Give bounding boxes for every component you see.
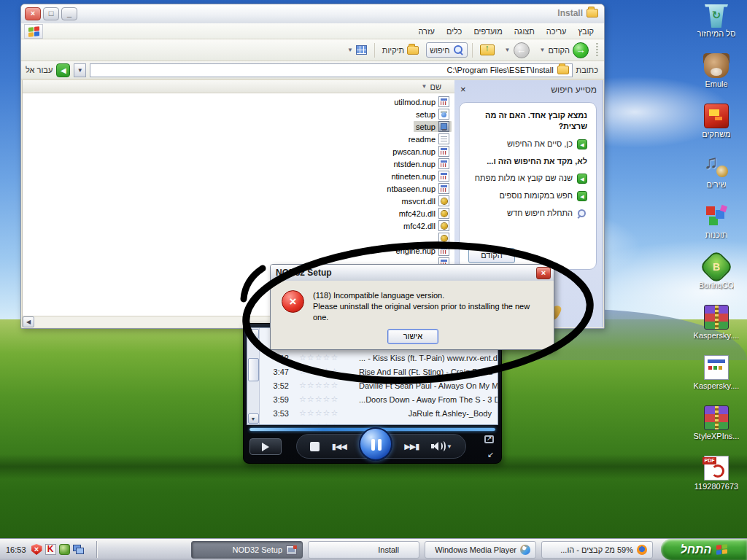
file-row[interactable]: ntstden.nup (23, 158, 454, 170)
tray-icon[interactable] (73, 544, 84, 555)
file-row[interactable]: setup (23, 108, 454, 120)
playlist-row[interactable]: ▶3:27 ☆☆☆☆☆ Good Life ( Feat. T-Pain) - … (260, 420, 498, 424)
search-option[interactable]: לא, מקד את החיפוש הזה ו... (468, 156, 587, 166)
track-rating-stars[interactable]: ☆☆☆☆☆ (289, 394, 359, 404)
taskbar-button[interactable]: 59% מ2 קבצים - הו... (541, 541, 653, 559)
desktop-icon[interactable]: 1192807673 (687, 456, 746, 506)
file-type-icon (438, 233, 449, 244)
file-row[interactable]: msvcrt.dll (23, 195, 454, 207)
volume-button[interactable]: ▼ (431, 440, 452, 452)
file-type-icon (438, 158, 449, 169)
column-header-name[interactable]: שם ▼ (23, 80, 454, 93)
views-button[interactable]: ▼ (344, 44, 370, 56)
desktop-icon[interactable]: BoringCQ (687, 254, 746, 305)
views-dropdown-caret[interactable]: ▼ (347, 47, 353, 53)
taskbar-button[interactable]: Windows Media Player (425, 541, 536, 559)
scroll-down-button[interactable]: ▼ (248, 413, 259, 424)
file-row[interactable]: ntbaseen.nup (23, 182, 454, 195)
switch-view-button[interactable] (484, 435, 494, 443)
stop-button[interactable] (310, 442, 320, 451)
menu-item[interactable]: עזרה (412, 26, 440, 37)
desktop-icon[interactable]: StyleXPIns... (687, 405, 746, 456)
play-mode-button[interactable] (249, 438, 282, 455)
tray-icon[interactable] (45, 544, 56, 555)
desktop-icon[interactable]: משחקים (687, 104, 746, 154)
file-row[interactable]: pwscan.nup (23, 145, 454, 158)
back-button[interactable]: → הקודם ▼ (537, 41, 592, 60)
dialog-titlebar[interactable]: NOD32 Setup × (271, 265, 554, 281)
taskbar-button[interactable]: Install (308, 541, 419, 559)
address-dropdown-button[interactable]: ▼ (74, 63, 86, 77)
menu-item[interactable]: כלים (441, 26, 468, 37)
track-rating-stars[interactable]: ☆☆☆☆☆ (289, 408, 359, 418)
file-name: ntbaseen.nup (387, 184, 436, 193)
menu-item[interactable]: קובץ (573, 26, 600, 37)
file-row[interactable]: readme (23, 133, 454, 145)
back-arrow-icon: → (573, 42, 589, 58)
start-button[interactable]: התחל (661, 539, 747, 560)
pause-button[interactable] (359, 427, 392, 461)
playlist-scrollbar[interactable]: ▲ ▼ (247, 328, 260, 424)
menu-item[interactable]: תצוגה (508, 26, 541, 37)
scrollbar-thumb[interactable] (248, 358, 259, 381)
minimize-button[interactable]: _ (61, 7, 77, 20)
search-option[interactable]: כן, סיים את החיפוש (468, 139, 587, 149)
playlist-row[interactable]: ▶3:52 ☆☆☆☆☆ Daville Ft Sean Paul - Alway… (260, 378, 498, 392)
playlist-row[interactable]: ▶3:47 ☆☆☆☆☆ Rise And Fall (Ft. Sting) - … (260, 365, 498, 378)
tray-icon[interactable] (59, 544, 70, 555)
explorer-titlebar[interactable]: × □ _ Install (21, 4, 604, 23)
file-row[interactable]: mfc42u.dll (23, 207, 454, 219)
go-button[interactable]: ◀ (56, 63, 70, 77)
file-row[interactable]: ntineten.nup (23, 170, 454, 182)
playlist-row[interactable]: ▶3:59 ☆☆☆☆☆ ...Doors Down - Away From Th… (260, 392, 498, 406)
forward-button[interactable]: ← ▼ (502, 41, 533, 60)
track-rating-stars[interactable]: ☆☆☆☆☆ (289, 353, 359, 362)
playlist-row[interactable]: ▶3:53 ☆☆☆☆☆ JaRule ft.Ashley-_Body (260, 406, 498, 420)
taskbar-clock[interactable]: 16:53 (6, 545, 26, 554)
close-button[interactable]: × (25, 7, 41, 20)
taskbar-button-label: Install (378, 545, 399, 554)
search-back-button[interactable]: הקודם (468, 248, 515, 263)
address-input[interactable]: C:\Program Files\ESET\Install (90, 63, 572, 77)
desktop-icon[interactable]: Emule (687, 53, 746, 104)
scroll-left-button[interactable]: ◀ (23, 316, 34, 327)
tray-icon[interactable] (31, 544, 42, 555)
file-row[interactable]: utilmod.nup (23, 96, 454, 108)
dialog-close-button[interactable]: × (536, 267, 551, 279)
desktop-icon[interactable]: שירים (687, 154, 746, 204)
file-row-inner: pwscan.nup (390, 146, 452, 157)
folders-button[interactable]: תיקיות (379, 44, 422, 56)
search-button[interactable]: חיפוש (426, 42, 467, 58)
desktop-icon-label: Kaspersky.... (694, 381, 740, 390)
file-row[interactable]: setup (23, 120, 454, 133)
track-rating-stars[interactable]: ☆☆☆☆☆ (289, 422, 359, 424)
file-row[interactable]: mfc42.dll (23, 219, 454, 232)
previous-button[interactable]: ▮◀◀ (332, 442, 347, 451)
menu-item[interactable]: עריכה (541, 26, 573, 37)
track-rating-stars[interactable]: ☆☆☆☆☆ (289, 381, 359, 390)
up-button[interactable] (477, 43, 498, 57)
scroll-up-button[interactable]: ▲ (248, 329, 259, 339)
search-pane-close-icon[interactable]: × (460, 85, 466, 94)
address-path[interactable]: C:\Program Files\ESET\Install (93, 66, 553, 74)
next-button[interactable]: ▶▶▮ (404, 442, 419, 451)
file-row[interactable] (23, 232, 454, 244)
desktop-icon[interactable]: Kaspersky.... (687, 355, 746, 405)
back-dropdown-caret[interactable]: ▼ (540, 47, 546, 53)
back-label: הקודם (548, 46, 570, 55)
desktop-icon[interactable]: Kaspersky.... (687, 305, 746, 355)
compact-mode-button[interactable]: ↙ (487, 450, 494, 459)
search-option[interactable]: התחלת חיפוש חדש (468, 208, 587, 219)
taskbar-button[interactable]: NOD32 Setup (191, 541, 303, 559)
search-option[interactable]: שנה שם קובץ או מלות מפתח (468, 173, 587, 184)
desktop-icon[interactable]: תוכנות (687, 204, 746, 254)
maximize-button[interactable]: □ (43, 7, 59, 20)
ok-button[interactable]: אישור (387, 329, 438, 344)
forward-dropdown-caret[interactable]: ▼ (505, 47, 511, 53)
track-rating-stars[interactable]: ☆☆☆☆☆ (289, 367, 359, 376)
playlist-row[interactable]: ▶4:12 ☆☆☆☆☆ ... - Kiss Kiss (ft. T-Pain)… (260, 351, 498, 365)
file-row[interactable]: engine.nup (23, 244, 454, 257)
search-option[interactable]: חפש במקומות נוספים (468, 190, 587, 201)
menu-item[interactable]: מועדפים (468, 26, 508, 37)
desktop-icon[interactable]: סל המיחזור (687, 3, 746, 53)
